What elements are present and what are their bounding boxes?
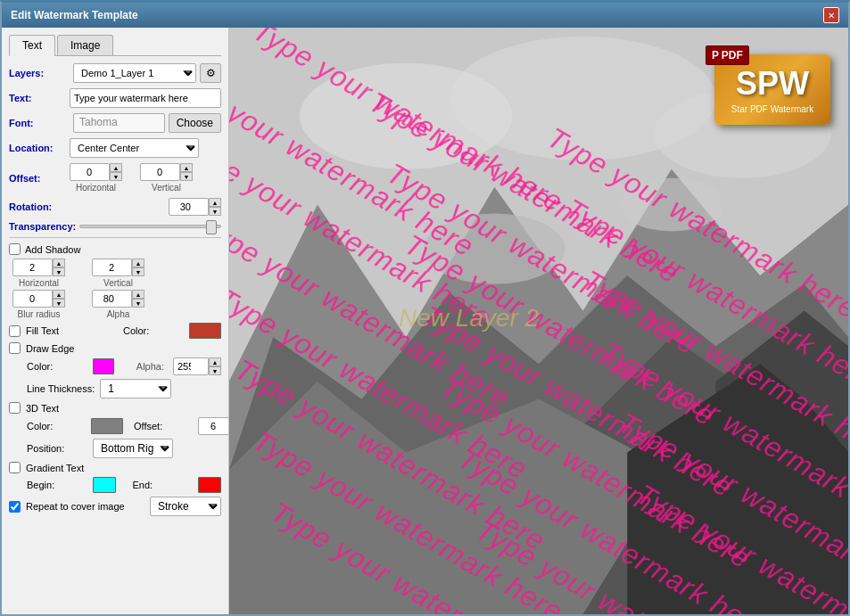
fill-color-swatch[interactable] xyxy=(189,323,221,339)
shadow-alpha-input[interactable] xyxy=(92,290,132,308)
repeat-label: Repeat to cover image xyxy=(26,501,125,512)
add-shadow-row: Add Shadow xyxy=(9,243,221,255)
fill-text-checkbox[interactable] xyxy=(9,325,21,337)
shadow-alpha-down[interactable]: ▼ xyxy=(132,299,144,308)
fill-color-label: Color: xyxy=(123,325,184,336)
pdf-p: P xyxy=(712,49,719,62)
divider-1 xyxy=(9,237,221,238)
begin-label: Begin: xyxy=(27,480,87,490)
offset-horizontal-down[interactable]: ▼ xyxy=(110,172,122,181)
shadow-vertical-down[interactable]: ▼ xyxy=(132,267,144,276)
shadow-horizontal-label: Horizontal xyxy=(19,278,59,288)
fill-text-label: Fill Text xyxy=(26,325,59,336)
thickness-select[interactable]: 1 2 3 xyxy=(100,379,171,398)
shadow-blur-input[interactable] xyxy=(12,290,53,308)
text-input[interactable] xyxy=(70,88,221,108)
choose-font-button[interactable]: Choose xyxy=(169,113,221,133)
edge-alpha-label: Alpha: xyxy=(136,361,164,372)
three-d-offset-label: Offset: xyxy=(134,421,194,431)
three-d-color-swatch[interactable] xyxy=(91,418,123,434)
tab-image[interactable]: Image xyxy=(57,35,113,55)
content-area: Text Image Layers: Demo 1_Layer 1 ⚙ Text… xyxy=(2,28,848,614)
gradient-begin-swatch[interactable] xyxy=(93,477,116,493)
logo-subtitle: Star PDF Watermark xyxy=(725,104,820,114)
rotation-down[interactable]: ▼ xyxy=(209,207,221,216)
shadow-horizontal-down[interactable]: ▼ xyxy=(53,267,65,276)
logo-overlay: P PDF SPW Star PDF Watermark xyxy=(714,54,830,125)
gradient-text-row: Gradient Text xyxy=(9,462,221,473)
stroke-select[interactable]: Stroke Fill Both xyxy=(150,497,221,516)
shadow-horiz-vert-row: ▲ ▼ Horizontal ▲ ▼ xyxy=(12,259,221,288)
position-select[interactable]: Bottom Right Top Left Top Right Bottom L… xyxy=(93,439,173,458)
transparency-slider[interactable] xyxy=(79,225,221,228)
slider-thumb[interactable] xyxy=(206,220,217,234)
edge-color-swatch[interactable] xyxy=(93,358,114,374)
shadow-blur-alpha-row: ▲ ▼ Blur radius ▲ ▼ xyxy=(12,290,221,319)
rotation-input[interactable] xyxy=(169,198,209,216)
offset-vertical-up[interactable]: ▲ xyxy=(180,163,193,172)
edge-alpha-input[interactable] xyxy=(173,357,209,375)
three-d-checkbox[interactable] xyxy=(9,402,21,414)
add-shadow-label: Add Shadow xyxy=(25,244,80,255)
three-d-offset-input[interactable] xyxy=(198,417,229,435)
shadow-horizontal-input[interactable] xyxy=(12,259,53,276)
shadow-blur-down[interactable]: ▼ xyxy=(53,299,65,308)
shadow-vertical-input[interactable] xyxy=(92,259,132,276)
layers-row: Layers: Demo 1_Layer 1 ⚙ xyxy=(9,63,221,83)
shadow-blur-group: ▲ ▼ Blur radius xyxy=(12,290,65,319)
draw-edge-label: Draw Edge xyxy=(26,343,74,354)
gradient-colors-row: Begin: End: xyxy=(9,477,221,493)
location-select[interactable]: Center Center xyxy=(70,138,199,158)
three-d-label: 3D Text xyxy=(26,403,59,414)
tab-text[interactable]: Text xyxy=(9,35,55,56)
offset-horizontal-group: ▲ ▼ Horizontal xyxy=(70,163,122,193)
shadow-blur-up[interactable]: ▲ xyxy=(53,290,65,299)
shadow-alpha-up[interactable]: ▲ xyxy=(132,290,144,299)
title-bar: Edit Watermark Template ✕ xyxy=(2,3,848,28)
shadow-horizontal-up[interactable]: ▲ xyxy=(53,259,65,267)
position-label: Position: xyxy=(27,443,87,454)
edge-color-label: Color: xyxy=(27,361,87,372)
font-row: Font: Tahoma Choose xyxy=(9,113,221,133)
main-window: Edit Watermark Template ✕ Text Image Lay… xyxy=(0,0,850,616)
location-row: Location: Center Center xyxy=(9,138,221,158)
offset-row: Offset: ▲ ▼ Horizontal xyxy=(9,163,221,193)
shadow-params: ▲ ▼ Horizontal ▲ ▼ xyxy=(12,259,221,319)
alpha-label: Alpha xyxy=(107,309,130,319)
gear-icon: ⚙ xyxy=(206,67,216,79)
right-panel: Type your watermark here Type your water… xyxy=(229,28,848,614)
edge-alpha-up[interactable]: ▲ xyxy=(209,357,221,366)
gear-button[interactable]: ⚙ xyxy=(200,63,221,83)
pdf-text: PDF xyxy=(722,49,743,62)
svg-point-8 xyxy=(424,213,565,283)
shadow-vertical-label: Vertical xyxy=(103,278,133,288)
draw-edge-checkbox[interactable] xyxy=(9,342,21,354)
offset-horizontal-input[interactable] xyxy=(70,163,110,181)
three-d-color-group: Color: xyxy=(27,418,123,434)
gradient-end-swatch[interactable] xyxy=(198,477,221,493)
offset-horizontal-up[interactable]: ▲ xyxy=(110,163,122,172)
three-d-details-row: Color: Offset: ▲ ▼ xyxy=(9,417,221,435)
tab-bar: Text Image xyxy=(9,35,221,56)
shadow-vertical-up[interactable]: ▲ xyxy=(132,259,144,267)
rotation-up[interactable]: ▲ xyxy=(209,198,221,207)
offset-label: Offset: xyxy=(9,173,70,184)
close-button[interactable]: ✕ xyxy=(823,7,839,23)
layers-select[interactable]: Demo 1_Layer 1 xyxy=(73,63,196,83)
offset-vertical-input[interactable] xyxy=(140,163,180,181)
three-d-color-label: Color: xyxy=(27,421,87,431)
add-shadow-checkbox[interactable] xyxy=(9,243,21,255)
offset-vertical-group: ▲ ▼ Vertical xyxy=(140,163,193,193)
three-d-offset-group: Offset: ▲ ▼ xyxy=(134,417,229,435)
location-label: Location: xyxy=(9,143,70,153)
transparency-row: Transparency: xyxy=(9,221,221,232)
edge-alpha-down[interactable]: ▼ xyxy=(209,366,221,375)
transparency-label: Transparency: xyxy=(9,221,76,232)
left-panel: Text Image Layers: Demo 1_Layer 1 ⚙ Text… xyxy=(2,28,229,614)
gradient-checkbox[interactable] xyxy=(9,462,21,473)
window-title: Edit Watermark Template xyxy=(11,9,138,21)
offset-vertical-down[interactable]: ▼ xyxy=(180,172,193,181)
repeat-checkbox[interactable] xyxy=(9,501,21,513)
three-d-text-row: 3D Text xyxy=(9,402,221,414)
horizontal-label: Horizontal xyxy=(76,183,116,193)
